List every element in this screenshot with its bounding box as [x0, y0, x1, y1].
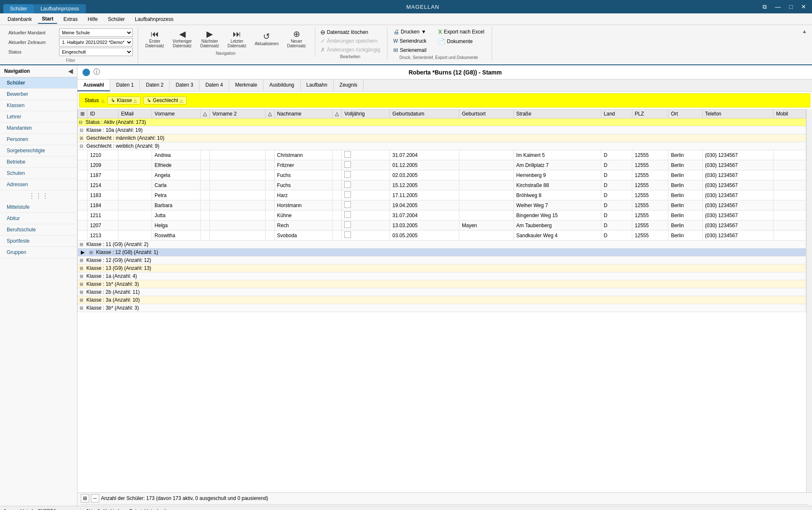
col-nachname[interactable]: Nachname: [274, 110, 333, 118]
menu-schueler[interactable]: Schüler: [103, 15, 129, 23]
group-row-klasse-3b[interactable]: ⊞ Klasse : 3b* (Anzahl: 3): [78, 304, 806, 312]
expand-klasse-12g8[interactable]: ⊞: [89, 250, 93, 255]
checkbox-volljährig[interactable]: [344, 231, 351, 238]
drucken-btn[interactable]: 🖨 Drucken ▼: [391, 28, 429, 36]
col-nachname-sort[interactable]: △: [333, 110, 342, 118]
sidebar-item-personen[interactable]: Personen: [0, 134, 77, 145]
tab-daten4[interactable]: Daten 4: [199, 79, 229, 91]
tab-ausbildung[interactable]: Ausbildung: [263, 79, 300, 91]
col-vorname2[interactable]: Vorname 2: [210, 110, 265, 118]
checkbox-volljährig[interactable]: [344, 181, 351, 188]
status-select[interactable]: Eingeschult: [59, 48, 133, 56]
expand-klasse-2b[interactable]: ⊞: [80, 290, 83, 295]
menu-laufbahnprozess[interactable]: Laufbahnprozess: [131, 15, 178, 23]
menu-hilfe[interactable]: Hilfe: [83, 15, 102, 23]
title-tab-laufbahn[interactable]: Laufbahnprozess: [34, 4, 86, 13]
col-geburtsort[interactable]: Geburtsort: [459, 110, 513, 118]
table-row[interactable]: 1210 Andrea Christmann 31.07.2004: [78, 150, 806, 160]
refresh-btn[interactable]: ↺ Aktualisieren: [251, 30, 282, 48]
sidebar-item-betriebe[interactable]: Betriebe: [0, 156, 77, 168]
group-row-klasse-11g9[interactable]: ⊞ Klasse : 11 (G9) (Anzahl: 2): [78, 241, 806, 249]
expand-klasse-1a[interactable]: ⊞: [80, 274, 83, 279]
tab-daten1[interactable]: Daten 1: [110, 79, 140, 91]
col-vorname-sort[interactable]: △: [201, 110, 210, 118]
menu-extras[interactable]: Extras: [59, 15, 82, 23]
col-telefon[interactable]: Telefon: [702, 110, 773, 118]
group-row-klasse-12g9[interactable]: ⊞ Klasse : 12 (G9) (Anzahl: 12): [78, 256, 806, 264]
group-row-geschlecht-weiblich[interactable]: ⊟ Geschlecht : weiblich (Anzahl: 9): [78, 142, 806, 150]
dokumente-btn[interactable]: 📄 Dokumente: [436, 37, 487, 46]
checkbox-volljährig[interactable]: [344, 161, 351, 168]
tab-auswahl[interactable]: Auswahl: [77, 79, 110, 91]
revert-btn[interactable]: ✗ Änderungen rückgängig: [319, 46, 382, 54]
checkbox-volljährig[interactable]: [344, 171, 351, 178]
col-id[interactable]: ID: [88, 110, 119, 118]
tab-zeugnis[interactable]: Zeugnis: [334, 79, 364, 91]
expand-klasse-10a[interactable]: ⊟: [80, 128, 83, 133]
col-volljährig[interactable]: Volljährig: [342, 110, 390, 118]
sidebar-item-sportfeste[interactable]: Sportfeste: [0, 236, 77, 247]
grouping-klasse-chip[interactable]: ↳ Klasse △: [107, 96, 141, 105]
col-plz[interactable]: PLZ: [632, 110, 668, 118]
tab-daten2[interactable]: Daten 2: [140, 79, 170, 91]
info-icon[interactable]: ⓘ: [93, 68, 100, 77]
mandant-select[interactable]: Meine Schule: [59, 28, 133, 37]
col-mobil[interactable]: Mobil: [773, 110, 806, 118]
col-vorname2-sort[interactable]: △: [265, 110, 274, 118]
tab-merkmale[interactable]: Merkmale: [229, 79, 263, 91]
expand-klasse-12g9[interactable]: ⊞: [80, 258, 83, 263]
new-record-btn[interactable]: ⊕ NeuerDatensatz: [284, 28, 310, 50]
table-row[interactable]: 1184 Barbara Horstmann 19.04.2005 Weiher…: [78, 200, 806, 210]
table-row[interactable]: 1187 Angela Fuchs 02.03.2005 Herrenberg …: [78, 170, 806, 180]
sidebar-item-adressen[interactable]: Adressen: [0, 179, 77, 190]
save-btn[interactable]: ✓ Änderungen speichern: [319, 37, 382, 45]
group-row-status-aktiv[interactable]: ⊟ Status : Aktiv (Anzahl: 173): [78, 118, 806, 126]
table-scroll[interactable]: ⊞ ID EMail Vorname △ Vorname 2 △ Nachnam…: [77, 109, 806, 492]
expand-status-aktiv[interactable]: ⊟: [79, 120, 82, 125]
next-record-btn[interactable]: ▶ NächsterDatensatz: [196, 28, 223, 50]
sidebar-item-schueler[interactable]: Schüler: [0, 77, 77, 89]
table-row[interactable]: 1183 Petra Harz 17.11.2005 Bröhlweg 8 D1…: [78, 190, 806, 200]
col-strasse[interactable]: Straße: [513, 110, 601, 118]
tab-laufbahn[interactable]: Laufbahn: [301, 79, 334, 91]
group-row-klasse-1b[interactable]: ⊞ Klasse : 1b* (Anzahl: 3): [78, 280, 806, 288]
col-email[interactable]: EMail: [118, 110, 152, 118]
expand-klasse-3b[interactable]: ⊞: [80, 305, 83, 310]
checkbox-volljährig[interactable]: [344, 201, 351, 208]
sidebar-item-mittelstufe[interactable]: Mittelstufe: [0, 202, 77, 213]
group-row-klasse-2b[interactable]: ⊞ Klasse : 2b (Anzahl: 11): [78, 288, 806, 296]
sidebar-item-lehrer[interactable]: Lehrer: [0, 111, 77, 123]
grid-view-btn[interactable]: ⊞: [81, 494, 89, 502]
group-row-klasse-1a[interactable]: ⊞ Klasse : 1a (Anzahl: 4): [78, 272, 806, 280]
expand-klasse-3a[interactable]: ⊞: [80, 297, 83, 302]
prev-record-btn[interactable]: ◀ VorherigerDatensatz: [169, 28, 196, 50]
restore-btn[interactable]: ⧉: [760, 3, 769, 11]
seriendruck-btn[interactable]: W Seriendruck: [391, 37, 429, 45]
checkbox-volljährig[interactable]: [344, 221, 351, 228]
minimize-btn[interactable]: —: [773, 3, 784, 11]
table-row[interactable]: 1209 Elfriede Fritzner 01.12.2005 Am Dri…: [78, 160, 806, 170]
ribbon-collapse-btn[interactable]: ▲: [800, 27, 809, 36]
expand-geschlecht-maennlich[interactable]: ⊞: [80, 136, 83, 141]
group-row-klasse-3a[interactable]: ⊞ Klasse : 3a (Anzahl: 10): [78, 296, 806, 304]
vertical-scrollbar[interactable]: [806, 109, 812, 492]
sidebar-item-sorgeberechtigte[interactable]: Sorgeberechtigte: [0, 145, 77, 156]
expand-klasse-13g9[interactable]: ⊞: [80, 266, 83, 271]
column-resize-btn[interactable]: ↔: [91, 494, 99, 502]
expand-geschlecht-weiblich[interactable]: ⊟: [80, 144, 83, 149]
tab-daten3[interactable]: Daten 3: [170, 79, 199, 91]
sidebar-collapse-btn[interactable]: ◀: [68, 68, 73, 74]
sidebar-item-gruppen[interactable]: Gruppen: [0, 247, 77, 258]
table-row[interactable]: 1213 Roswitha Svoboda 03.05.2005 Sandkau…: [78, 231, 806, 241]
sidebar-item-berufsschule[interactable]: Berufsschule: [0, 224, 77, 236]
sidebar-item-bewerber[interactable]: Bewerber: [0, 89, 77, 100]
table-row[interactable]: 1214 Carla Fuchs 15.12.2005 Kirchstraße …: [78, 180, 806, 190]
table-row[interactable]: 1211 Jutta Kühne 31.07.2004 Bingender We…: [78, 210, 806, 220]
group-row-geschlecht-maennlich[interactable]: ⊞ Geschlecht : männlich (Anzahl: 10): [78, 134, 806, 142]
zeitraum-select[interactable]: 1. Halbjahr 2021/2022 *Demo*: [59, 38, 133, 46]
expand-klasse-11g9[interactable]: ⊞: [80, 242, 83, 247]
sidebar-item-klassen[interactable]: Klassen: [0, 100, 77, 111]
sidebar-item-schulen[interactable]: Schulen: [0, 168, 77, 179]
sidebar-item-mandanten[interactable]: Mandanten: [0, 123, 77, 134]
table-row[interactable]: 1207 Helga Rech 13.03.2005Mayen Am Taube…: [78, 220, 806, 231]
